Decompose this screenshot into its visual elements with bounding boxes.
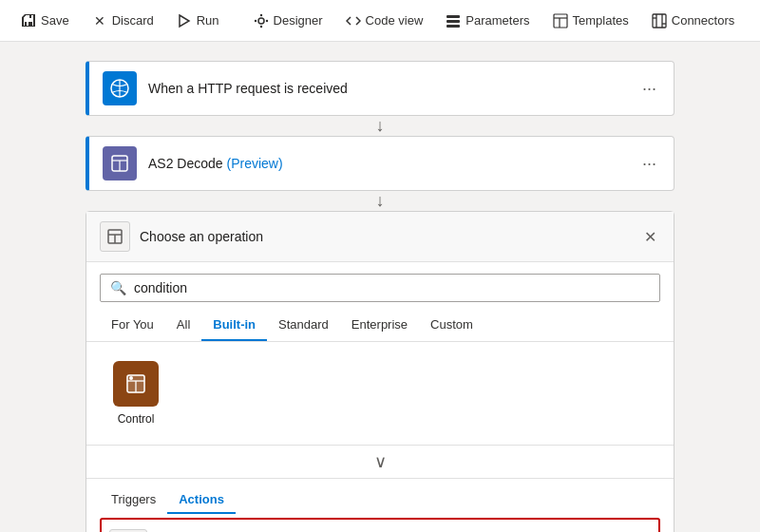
tab-custom[interactable]: Custom [419,310,484,341]
discard-button[interactable]: ✕ Discard [83,8,163,34]
operation-header-icon [100,221,130,252]
action-list: Condition Control ℹ Until Control [86,514,674,532]
tab-all[interactable]: All [165,310,201,341]
action-condition[interactable]: Condition Control ℹ [100,518,660,532]
tab-foryou[interactable]: For You [100,310,165,341]
save-button[interactable]: Save [11,8,79,34]
designer-label: Designer [274,13,323,28]
connectors-icon [652,13,667,28]
arrow-2: ↓ [376,191,385,211]
run-button[interactable]: Run [167,8,229,34]
toolbar: Save ✕ Discard Run Designer [0,0,760,42]
parameters-button[interactable]: Parameters [436,8,539,34]
tab-standard[interactable]: Standard [267,310,340,341]
discard-label: Discard [112,13,154,28]
close-icon[interactable]: ✕ [640,224,660,250]
parameters-icon [446,13,461,28]
control-category-icon [113,361,159,407]
svg-point-29 [129,376,133,380]
designer-icon [254,13,269,28]
save-label: Save [41,13,69,28]
templates-icon [553,13,568,28]
subtab-actions[interactable]: Actions [167,486,236,514]
connectors-label: Connectors [672,13,734,28]
svg-point-5 [265,19,267,21]
subtab-triggers[interactable]: Triggers [100,486,167,514]
svg-marker-0 [180,15,189,27]
svg-point-1 [258,18,264,24]
run-icon [177,13,192,28]
search-icon: 🔍 [110,280,126,295]
expand-button[interactable]: ∨ [86,445,674,479]
category-results: Control [86,342,674,445]
control-category-label: Control [118,412,155,426]
svg-point-2 [259,13,261,15]
category-control[interactable]: Control [98,353,174,433]
sub-tabs: Triggers Actions [86,479,674,514]
as2-decode-icon [103,146,137,180]
connectors-button[interactable]: Connectors [642,8,744,34]
canvas: When a HTTP request is received ··· ↓ AS… [0,42,760,532]
http-trigger-card[interactable]: When a HTTP request is received ··· [86,61,674,116]
svg-rect-7 [446,20,460,23]
run-label: Run [197,13,219,28]
discard-icon: ✕ [92,13,107,28]
tab-enterprise[interactable]: Enterprise [340,310,419,341]
http-trigger-icon [103,71,137,105]
parameters-label: Parameters [466,13,529,28]
filter-tabs: For You All Built-in Standard Enterprise… [86,310,674,342]
svg-rect-9 [554,14,567,28]
tab-builtin[interactable]: Built-in [201,310,267,341]
codeview-label: Code view [366,13,424,28]
svg-point-3 [259,25,261,27]
operation-header: Choose an operation ✕ [86,212,674,262]
as2-decode-title: AS2 Decode (Preview) [148,156,638,171]
help-button[interactable]: ? Help [748,8,760,34]
http-trigger-more[interactable]: ··· [638,79,660,99]
operation-panel: Choose an operation ✕ 🔍 For You All Buil… [86,211,674,532]
svg-point-4 [254,19,256,21]
designer-button[interactable]: Designer [244,8,332,34]
codeview-icon [346,13,361,28]
as2-decode-card[interactable]: AS2 Decode (Preview) ··· [86,136,674,191]
templates-label: Templates [573,13,629,28]
operation-title: Choose an operation [140,229,640,244]
search-bar: 🔍 [100,274,660,302]
as2-decode-more[interactable]: ··· [638,154,660,174]
save-icon [21,13,36,28]
svg-rect-8 [446,25,460,28]
http-trigger-title: When a HTTP request is received [148,81,638,96]
templates-button[interactable]: Templates [543,8,638,34]
arrow-1: ↓ [376,116,385,136]
svg-rect-12 [653,14,666,28]
codeview-button[interactable]: Code view [336,8,433,34]
search-input[interactable] [134,280,650,295]
svg-rect-6 [446,15,460,18]
